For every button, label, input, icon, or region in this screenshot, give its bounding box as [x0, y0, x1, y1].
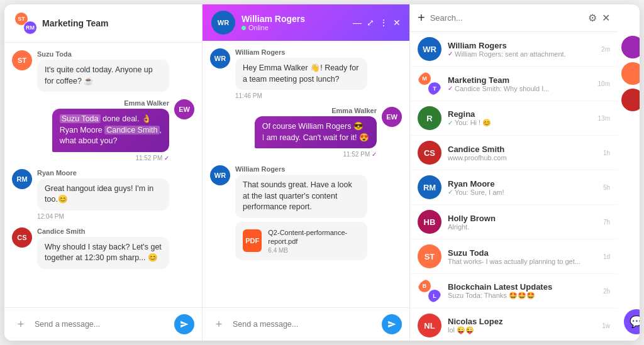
- contact-info: Holly Brown Alright.: [448, 214, 597, 231]
- contact-info: Candice Smith www.proofhub.com: [448, 145, 597, 162]
- close-panel-button[interactable]: ✕: [602, 12, 610, 24]
- mid-messages-area: WR William Rogers Hey Emma Walker 👋! Rea…: [203, 41, 409, 307]
- attachment-size: 6.4 MB: [268, 247, 360, 254]
- contact-info: Blockchain Latest Updates Suzu Toda: Tha…: [448, 282, 597, 300]
- mid-panel: WR William Rogers Online — ⤢ ⋮ ✕ WR Will: [203, 4, 410, 341]
- contact-info: Nicolas Lopez lol 😜😜: [448, 317, 596, 334]
- left-message-input[interactable]: [35, 320, 169, 329]
- search-wrapper: [430, 13, 583, 23]
- contact-name: Ryan Moore: [448, 179, 597, 189]
- contact-time: 2h: [603, 288, 610, 295]
- contact-time: 1w: [602, 322, 610, 329]
- list-item[interactable]: RM Ryan Moore ✓ You: Sure, I am! 5h: [410, 170, 618, 205]
- check-icon: ✓: [448, 50, 453, 57]
- contact-info: William Rogers ✓ William Rogers: sent an…: [448, 41, 595, 58]
- avatar: CS: [12, 227, 32, 248]
- contact-list: WR William Rogers ✓ William Rogers: sent…: [410, 32, 618, 341]
- table-row: CS Candice Smith Why should I stay back?…: [12, 227, 194, 269]
- contact-preview: www.proofhub.com: [448, 154, 597, 162]
- side-avatar[interactable]: [621, 89, 640, 111]
- avatar: WR: [210, 48, 230, 68]
- msg-sender: Ryan Moore: [37, 169, 169, 177]
- list-item[interactable]: ST Suzu Toda That works- I was actually …: [410, 239, 618, 274]
- left-send-button[interactable]: [174, 314, 194, 334]
- avatar: WR: [418, 37, 441, 61]
- close-icon[interactable]: ✕: [393, 18, 401, 28]
- table-row: WR William Rogers Hey Emma Walker 👋! Rea…: [210, 48, 402, 99]
- msg-content: Ryan Moore Great hangout idea guys! I'm …: [37, 169, 169, 220]
- contact-time: 2m: [601, 46, 610, 53]
- table-row: EW Emma Walker Suzu Toda done deal. 👌 Ry…: [12, 99, 194, 162]
- avatar: WR: [211, 11, 235, 35]
- contact-name: Candice Smith: [448, 145, 597, 154]
- mid-add-attachment-button[interactable]: +: [210, 315, 228, 333]
- msg-time: 11:52 PM ✓: [343, 151, 377, 158]
- contact-time: 10m: [598, 80, 610, 87]
- contact-info: Ryan Moore ✓ You: Sure, I am!: [448, 179, 597, 196]
- settings-button[interactable]: ⚙: [588, 12, 597, 24]
- online-indicator: [242, 26, 246, 30]
- contact-name: Suzu Toda: [448, 248, 597, 258]
- msg-content: William Rogers That sounds great. Have a…: [235, 165, 367, 260]
- msg-bubble: Great hangout idea guys! I'm in too.😊: [37, 178, 169, 211]
- table-row: ST Suzu Toda It's quite cold today. Anyo…: [12, 50, 194, 92]
- table-row: RM Ryan Moore Great hangout idea guys! I…: [12, 169, 194, 220]
- avatar: RM: [418, 175, 441, 199]
- mid-send-button[interactable]: [382, 314, 402, 334]
- contact-preview: ✓ William Rogers: sent an attachment.: [448, 50, 595, 58]
- side-avatar[interactable]: [621, 62, 640, 85]
- minimize-icon[interactable]: —: [353, 18, 362, 28]
- contact-preview: Alright.: [448, 223, 597, 231]
- contact-name: Nicolas Lopez: [448, 317, 596, 326]
- left-footer: +: [4, 307, 202, 341]
- contact-name: Blockchain Latest Updates: [448, 282, 597, 292]
- side-avatar[interactable]: [621, 36, 640, 58]
- pdf-icon: PDF: [243, 229, 262, 252]
- avatar: ST: [418, 244, 441, 268]
- contact-time: 1h: [603, 150, 610, 156]
- right-panel: + ⚙ ✕ WR William Rogers ✓ William Rogers…: [410, 4, 618, 341]
- msg-sender: Emma Walker: [124, 99, 169, 107]
- add-contact-button[interactable]: +: [418, 11, 425, 25]
- side-avatars: [621, 36, 640, 111]
- msg-sender: Suzu Toda: [37, 50, 169, 58]
- list-item[interactable]: HB Holly Brown Alright. 7h: [410, 205, 618, 239]
- list-item[interactable]: R Regina ✓ You: Hi ! 😊 13m: [410, 101, 618, 136]
- group-avatar-2: RM: [23, 21, 37, 35]
- avatar: NL: [418, 314, 441, 337]
- group-avatar: ST RM: [14, 12, 37, 35]
- avatar: B L: [418, 279, 441, 303]
- contact-info: Suzu Toda That works- I was actually pla…: [448, 248, 597, 265]
- contact-preview: ✓ Candice Smith: Why should I...: [448, 85, 592, 92]
- contact-info: Regina ✓ You: Hi ! 😊: [448, 109, 592, 127]
- list-item[interactable]: M T Marketing Team ✓ Candice Smith: Why …: [410, 67, 618, 101]
- expand-icon[interactable]: ⤢: [367, 18, 374, 28]
- msg-time: 11:46 PM: [235, 92, 367, 99]
- contact-name: William Rogers: [448, 41, 595, 50]
- list-item[interactable]: WR William Rogers ✓ William Rogers: sent…: [410, 32, 618, 67]
- list-item[interactable]: NL Nicolas Lopez lol 😜😜 1w: [410, 309, 618, 341]
- send-icon: [180, 320, 189, 329]
- avatar: WR: [210, 165, 230, 185]
- avatar: HB: [418, 210, 441, 234]
- chat-fab-button[interactable]: 💬: [624, 309, 640, 334]
- contact-preview: lol 😜😜: [448, 326, 596, 334]
- search-input[interactable]: [430, 13, 583, 23]
- more-options-icon[interactable]: ⋮: [379, 18, 388, 28]
- add-attachment-button[interactable]: +: [12, 315, 30, 333]
- contact-preview: Suzu Toda: Thanks 🤩🤩🤩: [448, 292, 597, 300]
- msg-time: 12:04 PM: [37, 213, 169, 220]
- mid-message-input[interactable]: [233, 320, 377, 329]
- contact-time: 5h: [603, 184, 610, 191]
- list-item[interactable]: CS Candice Smith www.proofhub.com 1h: [410, 136, 618, 170]
- contact-time: 7h: [603, 219, 610, 226]
- list-item[interactable]: B L Blockchain Latest Updates Suzu Toda:…: [410, 274, 618, 309]
- check-icon: ✓: [448, 85, 453, 92]
- attachment-bubble[interactable]: PDF Q2-Content-performance-report.pdf 6.…: [235, 222, 367, 261]
- contact-preview: ✓ You: Hi ! 😊: [448, 119, 592, 127]
- left-header-title: Marketing Team: [42, 18, 109, 28]
- avatar: EW: [174, 99, 194, 119]
- msg-bubble: Why should I stay back? Let's get togeth…: [37, 237, 169, 269]
- mid-footer: +: [203, 307, 409, 341]
- contact-time: 13m: [598, 115, 610, 122]
